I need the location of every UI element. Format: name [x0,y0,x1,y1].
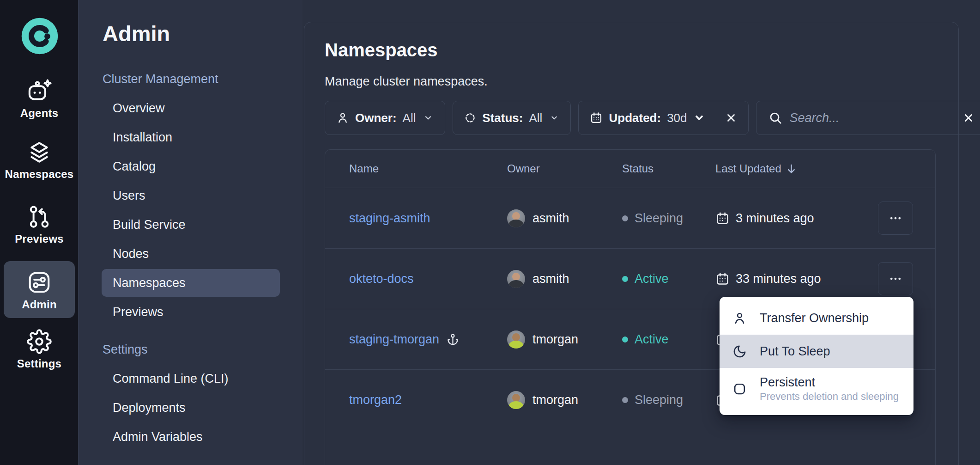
icon-sidebar: Agents Namespaces Previews Admin [0,0,79,465]
sort-desc-icon [785,163,798,175]
status-badge: Active [622,272,715,286]
sidebar-item-admin[interactable]: Admin [4,261,75,318]
checkbox-icon [732,382,747,396]
okteto-logo[interactable] [21,17,59,55]
section-cluster-management: Cluster Management [103,71,302,87]
settings-list: Command Line (CLI) Deployments Admin Var… [103,365,302,451]
clear-search-icon[interactable] [962,112,974,124]
filter-status[interactable]: Status: All [453,101,571,135]
sidebar-item-admin-variables[interactable]: Admin Variables [102,423,280,451]
sidebar-item-namespaces[interactable]: Namespaces [102,269,280,297]
namespace-link[interactable]: okteto-docs [349,272,414,286]
sidebar-item-previews[interactable]: Previews [102,298,280,326]
calendar-icon [715,272,730,286]
avatar [507,391,525,409]
dashed-circle-icon [464,111,476,124]
status-badge: Sleeping [622,393,715,407]
admin-icon [27,270,52,295]
admin-sidebar: Admin Cluster Management Overview Instal… [79,0,302,465]
sidebar-item-agents[interactable]: Agents [0,79,79,120]
namespace-link[interactable]: tmorgan2 [349,393,402,407]
table-header-status: Status [622,162,715,175]
menu-item-transfer-ownership[interactable]: Transfer Ownership [720,301,913,335]
table-header: Name Owner Status Last Updated [325,150,935,188]
sidebar-item-cli[interactable]: Command Line (CLI) [102,365,280,392]
page-title: Namespaces [325,39,936,61]
row-actions-button[interactable] [878,202,913,235]
sidebar-item-nodes[interactable]: Nodes [102,240,280,268]
table-header-last-updated[interactable]: Last Updated [715,162,878,175]
chevron-down-icon [423,112,434,123]
sidebar-title: Admin [103,18,302,50]
table-header-owner: Owner [507,162,622,175]
chevron-down-icon [549,112,559,123]
search-icon [768,111,782,125]
anchor-icon [447,333,459,346]
page-subtitle: Manage cluster namespaces. [325,73,936,89]
sidebar-item-settings[interactable]: Settings [0,329,79,370]
sidebar-item-users[interactable]: Users [102,182,280,209]
moon-icon [732,344,747,359]
filter-owner[interactable]: Owner: All [325,101,445,135]
owner-name: tmorgan [532,393,578,407]
last-updated-cell: 3 minutes ago [715,211,878,226]
sidebar-item-namespaces[interactable]: Namespaces [0,140,79,181]
table-header-name: Name [325,162,507,175]
calendar-icon [590,111,603,124]
clear-filter-icon[interactable] [725,112,737,124]
filter-bar: Owner: All Status: All Updated: [325,101,936,135]
sidebar-item-previews[interactable]: Previews [0,204,79,245]
status-badge: Sleeping [622,211,715,226]
previews-icon [27,204,52,229]
filter-updated[interactable]: Updated: 30d [578,101,748,135]
layers-icon [27,140,52,165]
sidebar-item-deployments[interactable]: Deployments [102,394,280,422]
status-dot [622,215,628,221]
section-settings: Settings [103,342,302,357]
owner-name: tmorgan [532,332,578,347]
sidebar-item-overview[interactable]: Overview [102,94,280,122]
avatar [507,330,525,349]
search-box [756,101,980,135]
menu-item-put-to-sleep[interactable]: Put To Sleep [720,335,913,368]
calendar-icon [715,211,730,226]
sidebar-item-catalog[interactable]: Catalog [102,153,280,180]
namespace-link[interactable]: staging-asmith [349,211,430,226]
ellipsis-icon [889,211,902,225]
owner-name: asmith [532,211,569,226]
ellipsis-icon [889,272,902,286]
row-actions-menu: Transfer Ownership Put To Sleep Persiste… [720,297,913,415]
search-input[interactable] [790,111,953,125]
menu-item-persistent[interactable]: Persistent Prevents deletion and sleepin… [720,368,913,410]
owner-name: asmith [532,272,569,286]
namespace-link[interactable]: staging-tmorgan [349,332,439,347]
table-row: staging-asmith asmith Sleeping 3 minutes… [325,188,935,248]
sidebar-item-installation[interactable]: Installation [102,123,280,151]
status-badge: Active [622,332,715,347]
person-icon [732,311,747,325]
status-dot [622,337,628,343]
row-actions-button[interactable] [878,262,913,295]
sidebar-item-build-service[interactable]: Build Service [102,211,280,239]
status-dot [622,276,628,282]
cluster-management-list: Overview Installation Catalog Users Buil… [103,94,302,326]
person-icon [336,111,349,124]
agents-icon [27,79,52,104]
chevron-down-icon[interactable] [693,112,705,124]
avatar [507,270,525,288]
last-updated-cell: 33 minutes ago [715,272,878,286]
avatar [507,209,525,227]
gear-icon [27,329,52,354]
status-dot [622,397,628,403]
